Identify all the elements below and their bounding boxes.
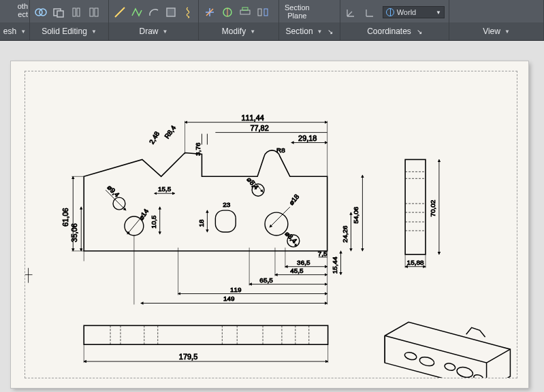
paper-border: 61,06 35,06 111,44 77,82 29,18 (25, 71, 517, 378)
svg-point-17 (265, 212, 288, 235)
region-icon[interactable] (164, 5, 177, 19)
dim-111-44: 111,44 (241, 114, 263, 122)
dim-r8-4: R8,4 (163, 124, 177, 140)
dim-r8: R8 (276, 146, 285, 154)
ucs-icon-1[interactable] (345, 5, 358, 19)
svg-rect-8 (167, 8, 175, 16)
dim-54-06: 54,06 (352, 206, 359, 223)
technical-drawing: 61,06 35,06 111,44 77,82 29,18 (25, 71, 517, 378)
mesh-partial-label-1: oth (18, 2, 28, 10)
globe-icon (386, 8, 394, 16)
dim-77-82: 77,82 (250, 124, 268, 132)
svg-rect-16 (215, 210, 236, 232)
ribbon: oth ect esh ▼ Solid Editing ▼ (0, 0, 544, 41)
dim-29-18: 29,18 (298, 134, 317, 142)
chevron-down-icon: ▼ (163, 29, 168, 35)
polyline-icon[interactable] (130, 5, 143, 19)
dim-35-06: 35,06 (70, 223, 78, 242)
ribbon-group-draw: Draw ▼ (109, 0, 199, 40)
3d-move-icon[interactable] (203, 5, 217, 19)
svg-line-33 (270, 207, 290, 227)
line-icon[interactable] (113, 5, 126, 19)
dim-7-5: 7,5 (318, 250, 327, 257)
dim-15-5: 15,5 (158, 185, 172, 193)
svg-point-81 (419, 356, 435, 368)
chevron-down-icon: ▼ (505, 29, 510, 35)
dim-3-76: 3,76 (194, 142, 202, 156)
section-plane-button[interactable]: Section Plane (279, 0, 315, 22)
svg-rect-11 (242, 7, 248, 10)
view-panel-label[interactable]: View ▼ (449, 22, 543, 40)
ribbon-group-modify: Modify ▼ (199, 0, 279, 40)
section-panel-label[interactable]: Section ▼ ↘ (279, 22, 340, 40)
ribbon-group-solid-editing: Solid Editing ▼ (30, 0, 109, 40)
dim-18: 18 (197, 219, 205, 227)
ribbon-group-view: View ▼ (449, 0, 544, 40)
dim-d8-4b: ⌀8,4 (283, 230, 298, 245)
ribbon-group-coordinates: World ▼ Coordinates ↘ (340, 0, 449, 40)
ucs-icon-2[interactable] (364, 5, 377, 19)
dim-24-26: 24,26 (341, 225, 349, 242)
svg-point-80 (404, 351, 417, 361)
chevron-down-icon: ▼ (317, 29, 323, 35)
svg-rect-6 (90, 8, 93, 16)
union-icon[interactable] (34, 5, 48, 19)
dim-15-88: 15,88 (407, 259, 424, 266)
dim-61-06: 61,06 (61, 208, 69, 226)
svg-point-83 (455, 365, 474, 378)
modify-panel-label[interactable]: Modify ▼ (199, 22, 278, 40)
separate-icon[interactable] (87, 5, 101, 19)
chevron-down-icon: ▼ (20, 29, 26, 35)
chevron-down-icon: ▼ (91, 29, 97, 35)
mesh-partial-label-2: ect (18, 10, 28, 18)
svg-rect-10 (240, 10, 250, 14)
svg-rect-13 (264, 9, 268, 16)
svg-rect-3 (57, 11, 63, 17)
svg-rect-7 (95, 8, 98, 16)
ucs-world-dropdown[interactable]: World ▼ (383, 6, 445, 18)
svg-rect-66 (84, 325, 327, 344)
dim-179-5: 179,5 (179, 353, 197, 361)
3d-rotate-icon[interactable] (221, 5, 234, 19)
dim-36-5: 36,5 (297, 259, 310, 266)
svg-point-82 (444, 362, 456, 372)
dim-10-5: 10,5 (150, 215, 157, 229)
paper-sheet: 61,06 35,06 111,44 77,82 29,18 (11, 61, 528, 388)
dim-70-02: 70,02 (429, 199, 436, 216)
3d-align-icon[interactable] (238, 5, 252, 19)
drawing-canvas[interactable]: 61,06 35,06 111,44 77,82 29,18 (0, 41, 544, 392)
dim-149: 149 (223, 295, 235, 302)
mesh-panel-label[interactable]: esh ▼ (0, 22, 29, 40)
draw-panel-label[interactable]: Draw ▼ (109, 22, 198, 40)
ribbon-group-section: Section Plane Section ▼ ↘ (279, 0, 340, 40)
intersect-icon[interactable] (69, 5, 83, 19)
solid-editing-panel-label[interactable]: Solid Editing ▼ (30, 22, 108, 40)
dim-23: 23 (223, 201, 231, 208)
svg-point-84 (473, 374, 484, 378)
dim-65-5: 65,5 (259, 276, 273, 284)
dim-15-44: 15,44 (331, 257, 338, 274)
dim-d14: ⌀14 (137, 208, 150, 222)
svg-rect-55 (405, 159, 426, 254)
dim-45-5: 45,5 (290, 267, 304, 274)
chevron-down-icon: ▼ (250, 29, 255, 35)
coordinates-panel-label[interactable]: Coordinates ↘ (340, 22, 449, 40)
svg-rect-5 (77, 8, 80, 16)
helix-icon[interactable] (181, 5, 194, 19)
svg-rect-12 (258, 9, 261, 16)
dim-119: 119 (230, 286, 242, 293)
svg-rect-4 (73, 8, 76, 16)
dim-d18: ⌀18 (287, 193, 301, 206)
3d-mirror-icon[interactable] (256, 5, 270, 19)
dim-d9-4: ⌀9,4 (106, 184, 121, 199)
subtract-icon[interactable] (52, 5, 65, 19)
dim-2-48: 2,48 (148, 130, 161, 146)
svg-point-1 (39, 9, 46, 16)
ribbon-group-mesh: oth ect esh ▼ (0, 0, 30, 40)
dim-d8-4a: ⌀8,4 (246, 176, 261, 191)
arc-icon[interactable] (147, 5, 160, 19)
